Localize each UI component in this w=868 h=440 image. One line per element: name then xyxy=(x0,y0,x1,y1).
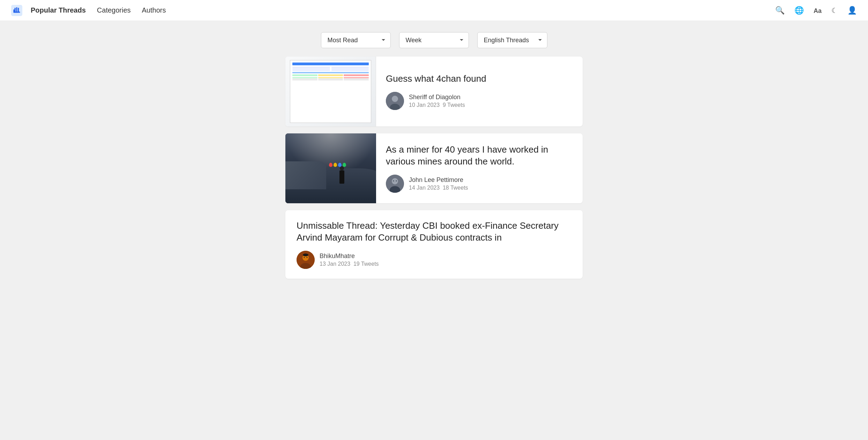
nav-popular-threads[interactable]: Popular Threads xyxy=(31,6,86,14)
dark-mode-icon[interactable] xyxy=(831,6,838,15)
navbar-icons xyxy=(775,6,857,15)
svg-point-7 xyxy=(392,96,398,102)
thread-author: John Lee Pettimore xyxy=(409,176,468,184)
thread-title: Unmissable Thread: Yesterday CBI booked … xyxy=(297,220,571,244)
language-filter[interactable]: English Threads All Threads French Threa… xyxy=(477,32,547,48)
thread-date: 10 Jan 2023 9 Tweets xyxy=(409,102,465,108)
globe-icon[interactable] xyxy=(794,6,804,15)
nav-links: Popular Threads Categories Authors xyxy=(31,6,775,14)
sort-filter[interactable]: Most Read Most Recent Most Liked xyxy=(321,32,391,48)
search-icon[interactable] xyxy=(775,6,785,15)
nav-authors[interactable]: Authors xyxy=(142,6,166,14)
avatar xyxy=(386,175,404,193)
svg-point-13 xyxy=(396,180,397,181)
thread-date: 13 Jan 2023 19 Tweets xyxy=(320,261,379,267)
thread-meta: Sheriff of Diagolon 10 Jan 2023 9 Tweets xyxy=(386,92,573,110)
thread-info: John Lee Pettimore 14 Jan 2023 18 Tweets xyxy=(409,176,468,191)
thread-row[interactable]: As a miner for 40 years I have worked in… xyxy=(285,133,583,203)
thread-info: BhikuMhatre 13 Jan 2023 19 Tweets xyxy=(320,252,379,267)
thread-info: Sheriff of Diagolon 10 Jan 2023 9 Tweets xyxy=(409,94,465,108)
thread-body: As a miner for 40 years I have worked in… xyxy=(376,133,583,203)
avatar xyxy=(297,251,315,269)
thread-date: 14 Jan 2023 18 Tweets xyxy=(409,185,468,191)
font-size-icon[interactable] xyxy=(814,6,822,15)
svg-point-10 xyxy=(392,178,398,184)
period-filter[interactable]: Day Week Month Year xyxy=(399,32,469,48)
thread-author: BhikuMhatre xyxy=(320,252,379,260)
logo[interactable] xyxy=(11,5,22,16)
navbar: Popular Threads Categories Authors xyxy=(0,0,868,21)
thread-body: Guess what 4chan found Sheriff of Diagol… xyxy=(376,57,583,126)
svg-point-17 xyxy=(303,254,308,256)
thread-list: Guess what 4chan found Sheriff of Diagol… xyxy=(277,57,591,293)
svg-rect-5 xyxy=(13,12,20,13)
svg-rect-3 xyxy=(18,8,19,12)
thread-meta: John Lee Pettimore 14 Jan 2023 18 Tweets xyxy=(386,175,573,193)
thread-thumbnail xyxy=(285,57,376,126)
thread-title: Guess what 4chan found xyxy=(386,73,573,85)
avatar xyxy=(386,92,404,110)
svg-point-19 xyxy=(307,257,308,258)
thread-author: Sheriff of Diagolon xyxy=(409,94,465,101)
thread-row[interactable]: Guess what 4chan found Sheriff of Diagol… xyxy=(285,57,583,126)
filters-bar: Most Read Most Recent Most Liked Day Wee… xyxy=(0,21,868,57)
thread-row[interactable]: Unmissable Thread: Yesterday CBI booked … xyxy=(285,210,583,279)
thread-thumbnail xyxy=(285,133,376,203)
profile-icon[interactable] xyxy=(847,6,857,15)
thread-meta: BhikuMhatre 13 Jan 2023 19 Tweets xyxy=(297,251,571,269)
svg-point-18 xyxy=(304,257,305,258)
thread-title: As a miner for 40 years I have worked in… xyxy=(386,144,573,168)
svg-point-12 xyxy=(393,180,394,181)
nav-categories[interactable]: Categories xyxy=(97,6,131,14)
